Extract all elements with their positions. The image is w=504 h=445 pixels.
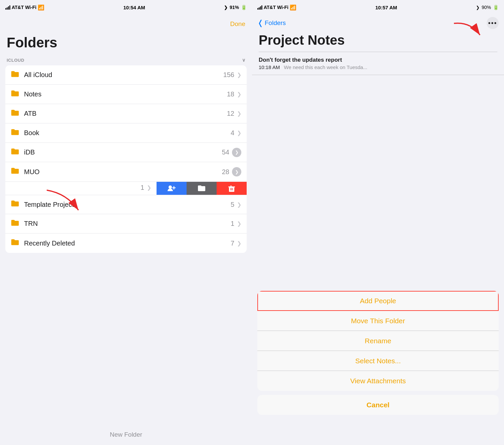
- right-panel: AT&T Wi-Fi 📶 10:57 AM ❯ 90% 🔋 ❬ Folders …: [252, 0, 504, 445]
- carrier-label: AT&T Wi-Fi: [264, 5, 288, 10]
- move-folder-action[interactable]: Move This Folder: [257, 311, 499, 331]
- signal-icon: [5, 5, 10, 10]
- back-button[interactable]: ❬ Folders: [257, 19, 286, 27]
- left-time: 10:54 AM: [123, 5, 145, 10]
- folder-icon: [11, 219, 19, 229]
- note-preview-title: Don't forget the updates report: [259, 57, 497, 63]
- list-item[interactable]: Template Project 5 ❯: [5, 195, 247, 214]
- folder-count: 54: [222, 148, 229, 156]
- cancel-button[interactable]: Cancel: [257, 395, 499, 415]
- folder-name: TRN: [24, 220, 231, 228]
- list-item[interactable]: All iCloud 156 ❯: [5, 65, 247, 85]
- add-people-swipe-button[interactable]: [157, 182, 187, 195]
- folders-list: All iCloud 156 ❯ Notes 18 ❯ ATB 12 ❯: [5, 65, 247, 253]
- select-notes-label: Select Notes...: [355, 357, 401, 365]
- delete-swipe-button[interactable]: [217, 182, 247, 195]
- icloud-label: ICLOUD: [7, 58, 24, 63]
- folder-count: 1: [231, 220, 234, 228]
- battery-icon: 🔋: [241, 5, 247, 10]
- folder-name: ATB: [24, 110, 227, 117]
- battery-icon: 🔋: [493, 5, 499, 10]
- list-item-muo[interactable]: MUO 28 ❯: [5, 162, 247, 181]
- action-sheet-main: Add People Move This Folder Rename Selec…: [257, 291, 499, 391]
- icloud-collapse-icon[interactable]: ∨: [242, 57, 246, 63]
- list-item[interactable]: TRN 1 ❯: [5, 214, 247, 234]
- recently-deleted-item[interactable]: Recently Deleted 7 ❯: [5, 234, 247, 253]
- chevron-right-icon: ❯: [237, 220, 241, 227]
- cancel-label: Cancel: [366, 401, 390, 409]
- right-time: 10:57 AM: [375, 5, 397, 10]
- folder-icon: [11, 70, 19, 80]
- trash-icon: [227, 184, 236, 193]
- right-status-icons: ❯ 90% 🔋: [476, 5, 499, 10]
- folder-icon: [11, 239, 19, 248]
- rename-action[interactable]: Rename: [257, 331, 499, 351]
- status-bar-right: AT&T Wi-Fi 📶 10:57 AM ❯ 90% 🔋: [252, 0, 504, 15]
- folder-icon: [11, 148, 19, 157]
- signal-icon: [257, 5, 262, 10]
- rename-label: Rename: [365, 337, 391, 345]
- chevron-right-icon: ❯: [237, 130, 241, 136]
- folder-count: 28: [222, 168, 229, 176]
- add-person-icon: [167, 184, 176, 193]
- move-folder-label: Move This Folder: [351, 317, 405, 325]
- folder-name: Recently Deleted: [24, 240, 231, 247]
- folder-name: MUO: [24, 168, 222, 176]
- chevron-circle-icon: ❯: [232, 148, 241, 157]
- ellipsis-icon: •••: [488, 19, 497, 27]
- folder-icon: [11, 200, 19, 209]
- swipe-count-area: 1 ❯: [5, 182, 157, 195]
- view-attachments-action[interactable]: View Attachments: [257, 371, 499, 391]
- folder-count: 12: [227, 110, 234, 117]
- right-carrier: AT&T Wi-Fi 📶: [257, 4, 296, 11]
- action-sheet: Add People Move This Folder Rename Selec…: [257, 291, 499, 415]
- list-item[interactable]: ATB 12 ❯: [5, 104, 247, 123]
- list-item[interactable]: Book 4 ❯: [5, 123, 247, 143]
- folder-count: 5: [231, 201, 234, 208]
- folder-icon: [11, 90, 19, 99]
- muo-swipe-row: MUO 28 ❯ 1 ❯: [5, 162, 247, 195]
- chevron-right-icon: ❯: [237, 110, 241, 117]
- back-label: Folders: [265, 19, 286, 27]
- status-bar-left: AT&T Wi-Fi 📶 10:54 AM ❯ 91% 🔋: [0, 0, 252, 15]
- view-attachments-label: View Attachments: [350, 377, 406, 385]
- svg-point-0: [169, 185, 172, 189]
- cancel-sheet: Cancel: [257, 395, 499, 415]
- add-people-action[interactable]: Add People: [257, 291, 499, 311]
- note-time: 10:18 AM: [259, 64, 280, 70]
- left-status-icons: ❯ 91% 🔋: [224, 5, 247, 10]
- wifi-icon: 📶: [290, 4, 296, 11]
- folder-name: iDB: [24, 148, 222, 156]
- folder-count: 156: [223, 71, 234, 79]
- left-panel: AT&T Wi-Fi 📶 10:54 AM ❯ 91% 🔋 Done Folde…: [0, 0, 252, 445]
- folder-name: Notes: [24, 90, 227, 98]
- move-folder-swipe-button[interactable]: [187, 182, 217, 195]
- project-notes-title: Project Notes: [252, 31, 504, 52]
- done-button[interactable]: Done: [230, 20, 245, 28]
- left-nav-bar: Done: [0, 15, 252, 33]
- back-chevron-icon: ❬: [257, 19, 263, 27]
- folder-name: All iCloud: [24, 71, 223, 79]
- folder-name: Book: [24, 129, 231, 137]
- carrier-label: AT&T Wi-Fi: [12, 5, 36, 10]
- icloud-section-header: ICLOUD ∨: [0, 55, 252, 65]
- list-item[interactable]: iDB 54 ❯: [5, 143, 247, 162]
- location-icon: ❯: [476, 5, 480, 10]
- folder-count: 4: [231, 129, 234, 137]
- new-folder-button[interactable]: New Folder: [0, 431, 252, 438]
- more-options-button[interactable]: •••: [487, 17, 499, 29]
- svg-rect-4: [228, 186, 235, 187]
- folder-name: Template Project: [24, 201, 231, 208]
- select-notes-action[interactable]: Select Notes...: [257, 351, 499, 371]
- note-preview[interactable]: Don't forget the updates report 10:18 AM…: [252, 52, 504, 75]
- folders-title: Folders: [0, 33, 252, 55]
- chevron-right-icon: ❯: [237, 201, 241, 208]
- list-item[interactable]: Notes 18 ❯: [5, 85, 247, 104]
- chevron-right-icon: ❯: [237, 72, 241, 78]
- folder-count: 7: [231, 240, 234, 247]
- chevron-right-icon: ❯: [237, 240, 241, 247]
- wifi-icon: 📶: [38, 4, 44, 11]
- chevron-circle-icon: ❯: [232, 167, 241, 176]
- folder-count: 18: [227, 90, 234, 98]
- add-people-label: Add People: [360, 297, 396, 305]
